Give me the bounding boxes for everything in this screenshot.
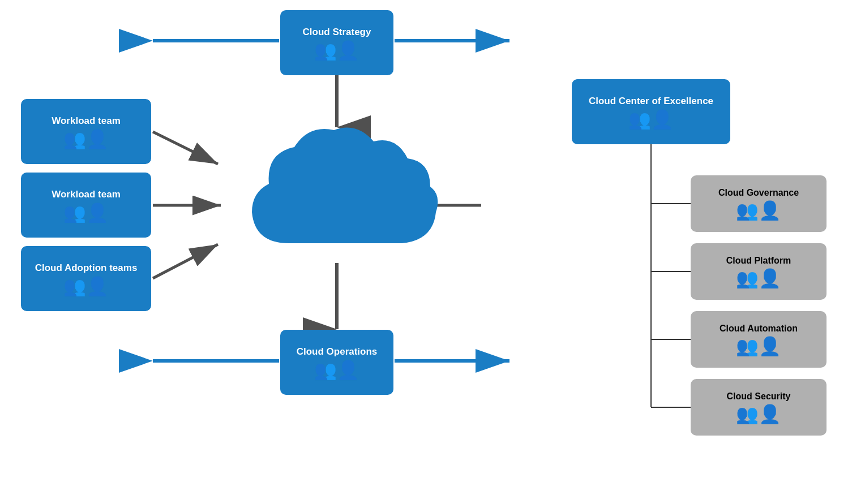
workload-team-2-icon: 👥👤: [63, 204, 109, 222]
cloud-platform-box: Cloud Platform 👥👤: [691, 243, 827, 300]
workload-team-1-box: Workload team 👥👤: [21, 99, 151, 164]
cloud-governance-label: Cloud Governance: [718, 188, 799, 198]
cloud-security-box: Cloud Security 👥👤: [691, 379, 827, 436]
cloud-strategy-icon: 👥👤: [314, 41, 359, 59]
cloud-governance-icon: 👥👤: [736, 201, 781, 219]
cloud-strategy-label: Cloud Strategy: [303, 27, 371, 38]
diagram-container: Cloud Strategy 👥👤 Workload team 👥👤 Workl…: [0, 0, 865, 504]
cloud-security-label: Cloud Security: [727, 391, 791, 402]
workload-team-1-icon: 👥👤: [63, 130, 109, 148]
cloud-strategy-box: Cloud Strategy 👥👤: [280, 10, 393, 75]
cloud-coe-icon: 👥👤: [628, 110, 674, 128]
cloud-adoption-teams-icon: 👥👤: [63, 277, 109, 295]
cloud-operations-box: Cloud Operations 👥👤: [280, 330, 393, 395]
workload-team-2-box: Workload team 👥👤: [21, 173, 151, 238]
cloud-automation-label: Cloud Automation: [720, 324, 798, 334]
cloud-operations-icon: 👥👤: [314, 361, 359, 379]
workload-team-2-label: Workload team: [52, 189, 121, 200]
cloud-shape: [221, 119, 447, 272]
cloud-adoption-teams-label: Cloud Adoption teams: [35, 262, 138, 274]
workload-team-1-label: Workload team: [52, 115, 121, 127]
cloud-coe-label: Cloud Center of Excellence: [589, 96, 713, 107]
svg-line-12: [153, 132, 218, 164]
svg-line-14: [153, 244, 218, 278]
cloud-security-icon: 👥👤: [736, 405, 781, 423]
cloud-operations-label: Cloud Operations: [297, 346, 378, 357]
cloud-platform-label: Cloud Platform: [726, 256, 791, 266]
cloud-automation-icon: 👥👤: [736, 337, 781, 355]
cloud-platform-icon: 👥👤: [736, 269, 781, 287]
cloud-governance-box: Cloud Governance 👥👤: [691, 175, 827, 232]
cloud-automation-box: Cloud Automation 👥👤: [691, 311, 827, 368]
cloud-adoption-teams-box: Cloud Adoption teams 👥👤: [21, 246, 151, 311]
cloud-coe-box: Cloud Center of Excellence 👥👤: [572, 79, 730, 144]
